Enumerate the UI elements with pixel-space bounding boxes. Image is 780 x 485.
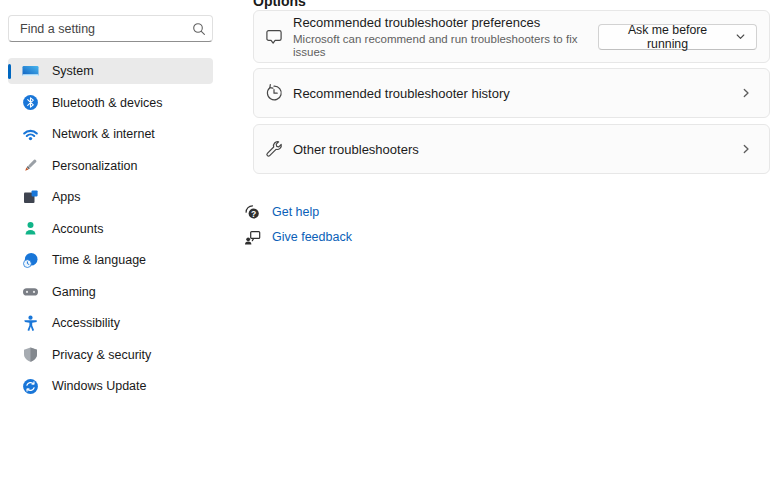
feedback-icon: [244, 229, 261, 246]
link-label: Get help: [272, 205, 319, 219]
chevron-right-icon: [740, 143, 752, 155]
sidebar-item-label: Accessibility: [52, 316, 120, 330]
get-help-icon: ?: [244, 204, 261, 221]
selected-accent-bar: [8, 64, 11, 79]
apps-icon: [22, 189, 39, 206]
time-language-icon: [22, 252, 39, 269]
sidebar-item-gaming[interactable]: Gaming: [8, 279, 213, 305]
chevron-right-icon: [740, 87, 752, 99]
dropdown-value: Ask me before running: [609, 23, 726, 51]
bluetooth-icon: [22, 94, 39, 111]
personalization-icon: [22, 157, 39, 174]
sidebar-item-label: Personalization: [52, 159, 137, 173]
wrench-icon: [264, 139, 284, 159]
sidebar-item-label: Time & language: [52, 253, 146, 267]
sidebar-item-label: Accounts: [52, 222, 103, 236]
sidebar-item-label: Bluetooth & devices: [52, 96, 163, 110]
search-box[interactable]: [8, 15, 213, 42]
card-title: Other troubleshooters: [293, 142, 419, 157]
sidebar-item-windows-update[interactable]: Windows Update: [8, 373, 213, 399]
sidebar-item-label: System: [52, 64, 94, 78]
sidebar-item-privacy-security[interactable]: Privacy & security: [8, 342, 213, 368]
sidebar-item-network-internet[interactable]: Network & internet: [8, 121, 213, 147]
sidebar-item-label: Gaming: [52, 285, 96, 299]
svg-text:?: ?: [251, 208, 256, 218]
settings-sidebar: System Bluetooth & devices Network & int…: [0, 0, 240, 485]
network-icon: [22, 126, 39, 143]
comment-icon: [264, 27, 284, 47]
search-icon[interactable]: [186, 22, 212, 36]
history-icon: [264, 83, 284, 103]
sidebar-item-label: Privacy & security: [52, 348, 151, 362]
sidebar-item-accounts[interactable]: Accounts: [8, 216, 213, 242]
search-input[interactable]: [9, 16, 186, 41]
troubleshooter-history-row[interactable]: Recommended troubleshooter history: [253, 68, 770, 118]
help-links: ? Get help Give feedback: [244, 202, 352, 252]
chevron-down-icon: [735, 31, 746, 42]
options-section-title: Options: [253, 0, 306, 9]
sidebar-item-label: Network & internet: [52, 127, 155, 141]
privacy-security-icon: [22, 346, 39, 363]
troubleshooter-preference-dropdown[interactable]: Ask me before running: [598, 24, 757, 50]
give-feedback-link[interactable]: Give feedback: [244, 227, 352, 247]
accounts-icon: [22, 220, 39, 237]
sidebar-item-bluetooth-devices[interactable]: Bluetooth & devices: [8, 90, 213, 116]
get-help-link[interactable]: ? Get help: [244, 202, 352, 222]
card-title: Recommended troubleshooter preferences: [293, 15, 598, 30]
card-title: Recommended troubleshooter history: [293, 86, 510, 101]
gaming-icon: [22, 283, 39, 300]
sidebar-item-accessibility[interactable]: Accessibility: [8, 310, 213, 336]
card-subtitle: Microsoft can recommend and run troubles…: [293, 33, 598, 59]
sidebar-nav: System Bluetooth & devices Network & int…: [8, 58, 213, 405]
sidebar-item-personalization[interactable]: Personalization: [8, 153, 213, 179]
link-label: Give feedback: [272, 230, 352, 244]
troubleshooter-preferences-card: Recommended troubleshooter preferences M…: [253, 10, 770, 63]
accessibility-icon: [22, 315, 39, 332]
system-icon: [22, 63, 39, 80]
sidebar-item-label: Windows Update: [52, 379, 147, 393]
other-troubleshooters-row[interactable]: Other troubleshooters: [253, 124, 770, 174]
sidebar-item-time-language[interactable]: Time & language: [8, 247, 213, 273]
sidebar-item-label: Apps: [52, 190, 81, 204]
sidebar-item-system[interactable]: System: [8, 58, 213, 84]
sidebar-item-apps[interactable]: Apps: [8, 184, 213, 210]
windows-update-icon: [22, 378, 39, 395]
